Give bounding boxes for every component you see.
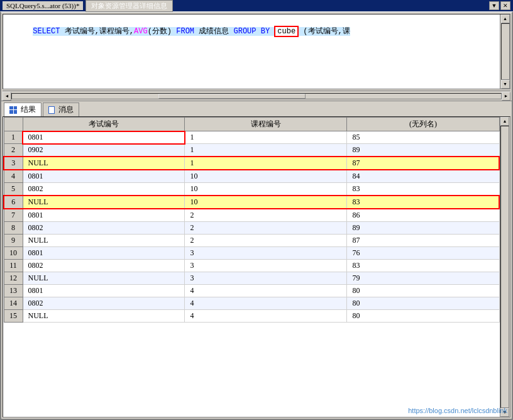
- table-row: 2: [4, 144, 23, 157]
- cell-avg: 84: [347, 170, 499, 183]
- result-tabs: 结果 消息: [1, 101, 512, 116]
- cell-course: 4: [185, 285, 347, 297]
- table-row: 14: [4, 297, 23, 310]
- results-scrollbar-v[interactable]: ▲ ▼: [500, 117, 510, 417]
- results-scroll-down[interactable]: ▼: [500, 408, 509, 417]
- main-window: SELECT 考试编号,课程编号,AVG(分数) FROM 成绩信息 GROUP…: [0, 11, 513, 420]
- col-header-course: 课程编号: [185, 118, 347, 131]
- cell-exam: 0802: [23, 183, 185, 196]
- cell-exam: NULL: [23, 235, 185, 247]
- sql-editor[interactable]: SELECT 考试编号,课程编号,AVG(分数) FROM 成绩信息 GROUP…: [3, 14, 510, 89]
- editor-scrollbar-v[interactable]: ▲ ▼: [500, 14, 510, 89]
- tab-messages-label: 消息: [58, 104, 74, 115]
- cell-course: 2: [185, 209, 347, 222]
- cell-avg: 76: [347, 247, 499, 260]
- cell-avg: 89: [347, 144, 499, 157]
- cell-avg: 83: [347, 196, 499, 209]
- cell-course: 10: [185, 183, 347, 196]
- cell-course: 10: [185, 196, 347, 209]
- table-row: 11: [4, 260, 23, 272]
- cell-exam: NULL: [23, 310, 185, 323]
- table-row: 4: [4, 170, 23, 183]
- table-row: 7: [4, 209, 23, 222]
- cell-exam: 0802: [23, 297, 185, 310]
- table-row: 1: [4, 131, 23, 144]
- results-table-wrap[interactable]: 考试编号 课程编号 (无列名) 10801185209021893NULL187…: [3, 117, 500, 417]
- cell-exam: NULL: [23, 157, 185, 170]
- cell-avg: 79: [347, 272, 499, 285]
- editor-scrollbar-h[interactable]: ◄ ►: [3, 91, 510, 101]
- cell-exam: 0801: [23, 170, 185, 183]
- results-scroll-up[interactable]: ▲: [500, 117, 509, 126]
- table-row: 3: [4, 157, 23, 170]
- close-button[interactable]: ✕: [500, 1, 510, 10]
- cell-exam: 0801: [23, 285, 185, 297]
- cell-course: 1: [185, 157, 347, 170]
- table-row: 10: [4, 247, 23, 260]
- cell-course: 10: [185, 170, 347, 183]
- window-controls: ▼ ✕: [489, 1, 510, 10]
- cell-course: 2: [185, 235, 347, 247]
- cell-exam: 0802: [23, 222, 185, 235]
- cell-course: 4: [185, 297, 347, 310]
- col-header-noname: (无列名): [347, 118, 499, 131]
- cell-avg: 85: [347, 131, 499, 144]
- scroll-thumb-h[interactable]: [158, 94, 305, 99]
- cell-course: 3: [185, 272, 347, 285]
- col-header-rownum: [4, 118, 23, 131]
- cell-course: 1: [185, 144, 347, 157]
- table-row: 15: [4, 310, 23, 323]
- scroll-left-btn[interactable]: ◄: [3, 92, 11, 101]
- cell-avg: 80: [347, 297, 499, 310]
- cell-exam: 0801: [23, 131, 185, 144]
- scroll-right-btn[interactable]: ►: [502, 92, 510, 101]
- scroll-track-h[interactable]: [11, 93, 502, 99]
- sql-editor-content[interactable]: SELECT 考试编号,课程编号,AVG(分数) FROM 成绩信息 GROUP…: [3, 14, 500, 89]
- cell-avg: 83: [347, 260, 499, 272]
- cube-keyword: cube: [274, 26, 299, 37]
- cell-course: 2: [185, 222, 347, 235]
- results-table: 考试编号 课程编号 (无列名) 10801185209021893NULL187…: [3, 117, 500, 323]
- cell-exam: NULL: [23, 272, 185, 285]
- cell-avg: 87: [347, 235, 499, 247]
- sql-query-tab[interactable]: SQLQuery5.s...ator (53))*: [3, 1, 83, 10]
- tab-messages[interactable]: 消息: [43, 102, 79, 116]
- results-area: 考试编号 课程编号 (无列名) 10801185209021893NULL187…: [3, 116, 510, 417]
- title-bar-left: SQLQuery5.s...ator (53))* 对象资源管理器详细信息: [3, 0, 173, 12]
- cell-exam: 0902: [23, 144, 185, 157]
- cell-avg: 83: [347, 183, 499, 196]
- page-icon: [48, 106, 55, 114]
- cell-avg: 87: [347, 157, 499, 170]
- cell-course: 3: [185, 260, 347, 272]
- scroll-down-btn[interactable]: ▼: [501, 80, 510, 89]
- table-row: 5: [4, 183, 23, 196]
- cell-course: 4: [185, 310, 347, 323]
- col-header-exam: 考试编号: [23, 118, 185, 131]
- cell-course: 1: [185, 131, 347, 144]
- cell-exam: 0801: [23, 209, 185, 222]
- cell-avg: 80: [347, 285, 499, 297]
- obj-explorer-tab[interactable]: 对象资源管理器详细信息: [86, 0, 173, 12]
- title-bar: SQLQuery5.s...ator (53))* 对象资源管理器详细信息 ▼ …: [0, 0, 513, 11]
- cell-course: 3: [185, 247, 347, 260]
- grid-icon: [9, 106, 17, 114]
- cell-exam: 0801: [23, 247, 185, 260]
- scroll-up-btn[interactable]: ▲: [501, 14, 510, 23]
- tab-results[interactable]: 结果: [4, 102, 41, 116]
- tab-results-label: 结果: [21, 104, 36, 115]
- table-row: 12: [4, 272, 23, 285]
- cell-exam: 0802: [23, 260, 185, 272]
- cell-avg: 80: [347, 310, 499, 323]
- table-row: 9: [4, 235, 23, 247]
- table-row: 6: [4, 196, 23, 209]
- table-row: 8: [4, 222, 23, 235]
- results-scroll-track[interactable]: [500, 126, 509, 408]
- cell-avg: 86: [347, 209, 499, 222]
- cell-exam: NULL: [23, 196, 185, 209]
- pin-button[interactable]: ▼: [489, 1, 499, 10]
- scroll-track-v[interactable]: [501, 23, 510, 80]
- cell-avg: 89: [347, 222, 499, 235]
- table-row: 13: [4, 285, 23, 297]
